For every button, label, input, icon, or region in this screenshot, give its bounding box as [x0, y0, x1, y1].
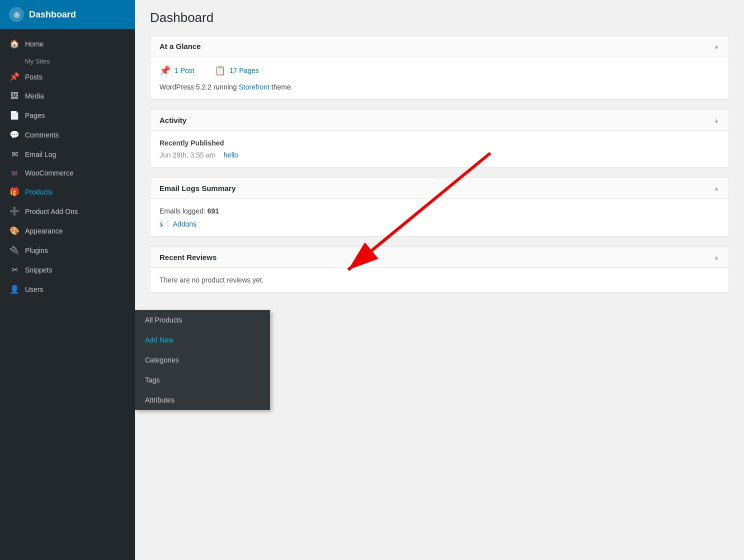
recent-reviews-collapse-icon[interactable]: ▲: [714, 254, 720, 261]
at-a-glance-body: 📌 1 Post 📋 17 Pages WordPress 5.2.2 runn…: [150, 57, 728, 99]
sidebar-item-posts[interactable]: 📌 Posts: [0, 67, 135, 86]
recent-reviews-body: There are no product reviews yet.: [150, 268, 728, 292]
email-logs-widget: Email Logs Summary ▲ Emails logged: 691 …: [150, 178, 729, 236]
activity-collapse-icon[interactable]: ▲: [714, 117, 720, 124]
email-addons-link[interactable]: Addons: [173, 220, 196, 228]
email-logs-body: Emails logged: 691 s | Addons: [150, 199, 728, 236]
flyout-attributes[interactable]: Attributes: [135, 390, 270, 410]
emails-logged-count: 691: [208, 207, 219, 215]
sidebar-item-plugins-label: Plugins: [25, 246, 48, 254]
sidebar-item-users-label: Users: [25, 286, 44, 294]
products-icon: 🎁: [9, 187, 20, 196]
sidebar-item-users[interactable]: 👤 Users: [0, 280, 135, 299]
glance-wp-version-prefix: WordPress 5.2.2 running: [160, 83, 239, 91]
pages-icon: 📄: [9, 110, 20, 120]
activity-row: Jun 29th, 3:55 am hello: [160, 151, 720, 159]
flyout-tags[interactable]: Tags: [135, 370, 270, 390]
posts-icon: 📌: [9, 72, 20, 82]
email-logs-collapse-icon[interactable]: ▲: [714, 185, 720, 192]
at-a-glance-widget: At a Glance ▲ 📌 1 Post 📋 17 Pages WordPr…: [150, 36, 729, 100]
activity-header: Activity ▲: [150, 110, 728, 131]
emaillog-icon: ✉: [9, 150, 20, 159]
pages-stat[interactable]: 📋 17 Pages: [214, 65, 259, 76]
sidebar-item-products-label: Products: [25, 188, 52, 196]
page-title: Dashboard: [150, 10, 729, 26]
sidebar-item-emaillog[interactable]: ✉ Email Log: [0, 144, 135, 164]
sidebar-item-plugins[interactable]: 🔌 Plugins: [0, 240, 135, 260]
glance-description-suffix: theme.: [270, 83, 293, 91]
activity-title: Activity: [160, 116, 186, 124]
sidebar-item-snippets[interactable]: ✂ Snippets: [0, 260, 135, 280]
posts-stat-icon: 📌: [160, 65, 170, 76]
activity-post-link[interactable]: hello: [224, 151, 238, 159]
activity-section-label: Recently Published: [160, 139, 720, 147]
email-link-1[interactable]: s: [160, 220, 163, 228]
sidebar-item-comments[interactable]: 💬 Comments: [0, 125, 135, 144]
sidebar-item-posts-label: Posts: [25, 73, 42, 81]
activity-body: Recently Published Jun 29th, 3:55 am hel…: [150, 131, 728, 167]
sidebar-dashboard-title: Dashboard: [29, 10, 76, 20]
sidebar-item-productaddons-label: Product Add Ons: [25, 208, 78, 216]
activity-time: Jun 29th, 3:55 am: [160, 151, 216, 159]
flyout-all-products[interactable]: All Products: [135, 310, 270, 330]
media-icon: 🖼: [9, 92, 20, 100]
email-logs-title: Email Logs Summary: [160, 184, 236, 192]
email-logs-header: Email Logs Summary ▲: [150, 178, 728, 199]
sidebar-item-emaillog-label: Email Log: [25, 150, 56, 158]
sidebar-nav: 🏠 Home My Sites 📌 Posts 🖼 Media 📄 Pages …: [0, 29, 135, 304]
email-stats: Emails logged: 691: [160, 207, 720, 215]
main-content: Dashboard At a Glance ▲ 📌 1 Post 📋 17 Pa…: [135, 0, 744, 560]
users-icon: 👤: [9, 284, 20, 294]
sidebar-item-woocommerce[interactable]: W WooCommerce: [0, 164, 135, 182]
sidebar-item-snippets-label: Snippets: [25, 266, 52, 274]
posts-stat[interactable]: 📌 1 Post: [160, 65, 194, 76]
glance-theme-link[interactable]: Storefront: [239, 83, 270, 91]
sidebar-item-pages[interactable]: 📄 Pages: [0, 106, 135, 125]
sidebar-item-productaddons[interactable]: ➕ Product Add Ons: [0, 202, 135, 221]
email-links: s | Addons: [160, 220, 720, 228]
snippets-icon: ✂: [9, 265, 20, 274]
sidebar-item-appearance-label: Appearance: [25, 227, 63, 235]
sidebar-item-comments-label: Comments: [25, 131, 59, 139]
sidebar-item-appearance[interactable]: 🎨 Appearance: [0, 221, 135, 240]
sidebar: ⊕ Dashboard 🏠 Home My Sites 📌 Posts 🖼 Me…: [0, 0, 135, 560]
at-a-glance-title: At a Glance: [160, 42, 201, 50]
home-icon: 🏠: [9, 39, 20, 48]
activity-widget: Activity ▲ Recently Published Jun 29th, …: [150, 110, 729, 168]
comments-icon: 💬: [9, 130, 20, 140]
pages-stat-label: 17 Pages: [230, 66, 259, 74]
sidebar-header[interactable]: ⊕ Dashboard: [0, 0, 135, 29]
sidebar-item-home-label: Home: [25, 40, 44, 48]
flyout-categories[interactable]: Categories: [135, 350, 270, 370]
sidebar-item-media-label: Media: [25, 92, 44, 100]
at-a-glance-header: At a Glance ▲: [150, 36, 728, 57]
appearance-icon: 🎨: [9, 226, 20, 236]
sidebar-item-pages-label: Pages: [25, 112, 45, 120]
email-link-divider: |: [167, 220, 169, 228]
recent-reviews-widget: Recent Reviews ▲ There are no product re…: [150, 246, 729, 292]
emails-logged-label: Emails logged:: [160, 207, 206, 215]
glance-stats: 📌 1 Post 📋 17 Pages: [160, 65, 720, 76]
posts-stat-label: 1 Post: [174, 66, 194, 74]
at-a-glance-collapse-icon[interactable]: ▲: [714, 43, 720, 50]
woocommerce-icon: W: [9, 170, 20, 177]
plugins-icon: 🔌: [9, 246, 20, 255]
sidebar-item-home[interactable]: 🏠 Home: [0, 34, 135, 54]
pages-stat-icon: 📋: [214, 65, 226, 76]
glance-description: WordPress 5.2.2 running Storefront theme…: [160, 83, 720, 91]
productaddons-icon: ➕: [9, 206, 20, 216]
sidebar-item-media[interactable]: 🖼 Media: [0, 86, 135, 106]
dashboard-icon: ⊕: [9, 7, 24, 22]
recent-reviews-title: Recent Reviews: [160, 253, 216, 262]
flyout-add-new[interactable]: Add New: [135, 330, 270, 350]
products-flyout-menu: All Products Add New Categories Tags Att…: [135, 310, 270, 410]
no-reviews-text: There are no product reviews yet.: [160, 276, 720, 284]
sidebar-item-mysites[interactable]: My Sites: [0, 54, 135, 67]
recent-reviews-header: Recent Reviews ▲: [150, 247, 728, 268]
sidebar-item-products[interactable]: 🎁 Products: [0, 182, 135, 202]
sidebar-item-woocommerce-label: WooCommerce: [25, 169, 74, 177]
sidebar-mysites-label: My Sites: [25, 58, 50, 65]
